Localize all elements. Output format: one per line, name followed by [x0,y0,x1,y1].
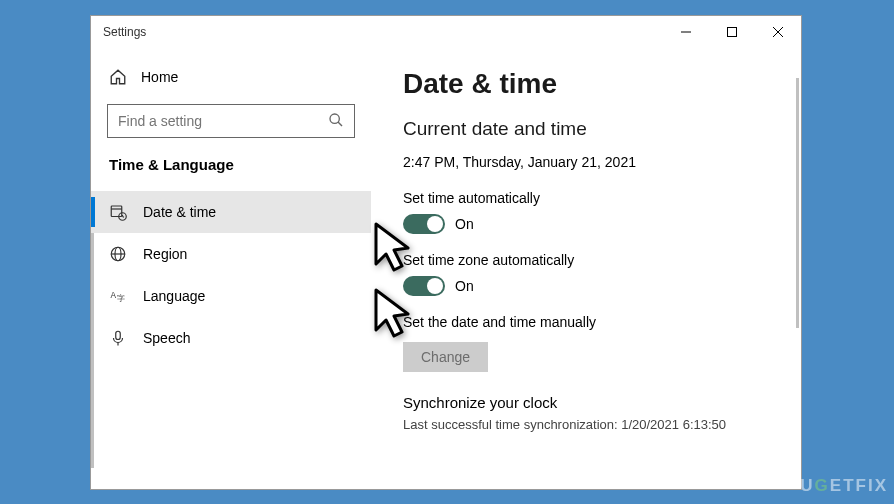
set-time-auto-label: Set time automatically [403,190,777,206]
set-tz-auto-toggle[interactable] [403,276,445,296]
set-time-auto-state: On [455,216,474,232]
maximize-button[interactable] [709,16,755,48]
close-button[interactable] [755,16,801,48]
svg-line-10 [123,217,125,218]
section-current-datetime: Current date and time [403,118,777,140]
svg-rect-6 [111,206,122,217]
set-tz-auto-label: Set time zone automatically [403,252,777,268]
search-icon [328,112,344,131]
scrollbar[interactable] [796,78,799,328]
set-time-auto-toggle-row: On [403,214,777,234]
sync-status: Last successful time synchronization: 1/… [403,417,777,432]
home-link[interactable]: Home [91,58,371,96]
svg-rect-16 [116,331,121,339]
toggle-knob [427,278,443,294]
sidebar: Home Time & Language Date & time Reg [91,48,371,489]
svg-text:A: A [111,291,117,300]
globe-icon [109,245,127,263]
content-area: Home Time & Language Date & time Reg [91,48,801,489]
sync-header: Synchronize your clock [403,394,777,411]
sidebar-item-label: Region [143,246,187,262]
titlebar: Settings [91,16,801,48]
toggle-knob [427,216,443,232]
svg-text:字: 字 [117,294,125,303]
set-time-auto-toggle[interactable] [403,214,445,234]
sidebar-item-language[interactable]: A字 Language [91,275,371,317]
set-tz-auto-state: On [455,278,474,294]
settings-window: Settings Home [90,15,802,490]
calendar-clock-icon [109,203,127,221]
watermark: UGETFIX [800,476,888,496]
home-icon [109,68,127,86]
current-datetime-value: 2:47 PM, Thursday, January 21, 2021 [403,154,777,170]
search-input[interactable] [118,113,328,129]
microphone-icon [109,329,127,347]
svg-rect-1 [728,28,737,37]
page-title: Date & time [403,68,777,100]
svg-point-4 [330,114,339,123]
change-button[interactable]: Change [403,342,488,372]
home-label: Home [141,69,178,85]
sidebar-item-label: Date & time [143,204,216,220]
manual-label: Set the date and time manually [403,314,777,330]
search-box[interactable] [107,104,355,138]
minimize-button[interactable] [663,16,709,48]
window-title: Settings [103,25,146,39]
svg-line-5 [338,122,342,126]
sidebar-item-label: Language [143,288,205,304]
language-icon: A字 [109,287,127,305]
set-tz-auto-toggle-row: On [403,276,777,296]
sidebar-item-label: Speech [143,330,190,346]
main-panel: Date & time Current date and time 2:47 P… [371,48,801,489]
sidebar-item-speech[interactable]: Speech [91,317,371,359]
category-title: Time & Language [91,156,371,191]
sidebar-item-region[interactable]: Region [91,233,371,275]
window-controls [663,16,801,48]
sidebar-item-date-time[interactable]: Date & time [91,191,371,233]
